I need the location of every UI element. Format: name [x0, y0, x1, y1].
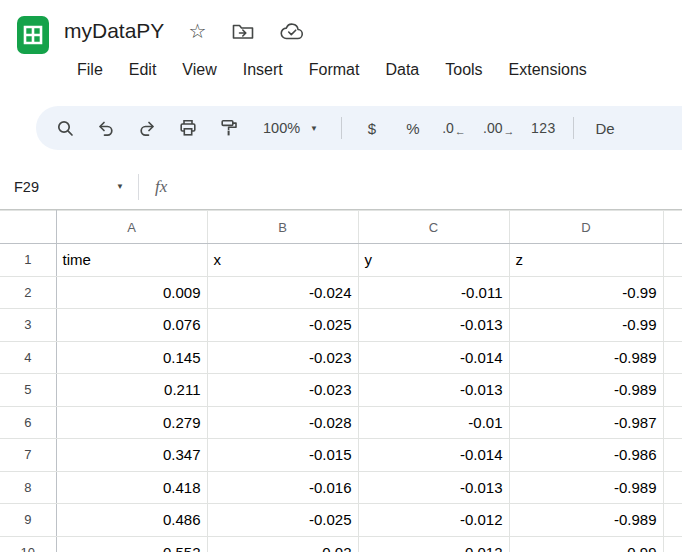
cell-C3[interactable]: -0.013 [358, 309, 509, 342]
cloud-save-status-icon[interactable] [280, 22, 304, 40]
cell-D8[interactable]: -0.989 [509, 471, 663, 504]
cell-B1[interactable]: x [207, 244, 358, 277]
formula-bar: F29 ▼ fx [0, 164, 682, 210]
cell-D2[interactable]: -0.99 [509, 276, 663, 309]
cell-A10[interactable]: 0.552 [56, 536, 207, 552]
increase-decimal-button[interactable]: .00→ [476, 110, 521, 146]
sheets-logo-icon[interactable] [14, 14, 52, 92]
row-header-9[interactable]: 9 [0, 504, 56, 537]
cell-E5[interactable] [663, 374, 682, 407]
redo-button[interactable] [128, 110, 166, 146]
column-header-C[interactable]: C [358, 211, 509, 244]
column-header-B[interactable]: B [207, 211, 358, 244]
search-button[interactable] [46, 110, 84, 146]
cell-C4[interactable]: -0.014 [358, 341, 509, 374]
cell-E10[interactable] [663, 536, 682, 552]
cell-C10[interactable]: -0.012 [358, 536, 509, 552]
toolbar-band: 100% ▼ $ % .0← .00→ 123 De [0, 92, 682, 164]
paint-format-button[interactable] [210, 110, 248, 146]
arrow-left-icon: ← [455, 125, 466, 137]
star-icon[interactable]: ☆ [188, 21, 206, 41]
row-header-4[interactable]: 4 [0, 341, 56, 374]
cell-C6[interactable]: -0.01 [358, 406, 509, 439]
cell-B10[interactable]: -0.02 [207, 536, 358, 552]
cell-A1[interactable]: time [56, 244, 207, 277]
row-header-7[interactable]: 7 [0, 439, 56, 472]
cell-C5[interactable]: -0.013 [358, 374, 509, 407]
column-header-A[interactable]: A [56, 211, 207, 244]
cell-E9[interactable] [663, 504, 682, 537]
cell-B5[interactable]: -0.023 [207, 374, 358, 407]
cell-D10[interactable]: -0.99 [509, 536, 663, 552]
row-header-8[interactable]: 8 [0, 471, 56, 504]
cell-E6[interactable] [663, 406, 682, 439]
menu-item-edit[interactable]: Edit [116, 55, 170, 85]
table-row: 50.211-0.023-0.013-0.989 [0, 374, 682, 407]
format-currency-button[interactable]: $ [353, 110, 391, 146]
cell-C8[interactable]: -0.013 [358, 471, 509, 504]
cell-D6[interactable]: -0.987 [509, 406, 663, 439]
cell-B8[interactable]: -0.016 [207, 471, 358, 504]
menu-item-insert[interactable]: Insert [230, 55, 296, 85]
cell-D7[interactable]: -0.986 [509, 439, 663, 472]
font-selector[interactable]: De [585, 110, 624, 146]
cell-D4[interactable]: -0.989 [509, 341, 663, 374]
cell-B9[interactable]: -0.025 [207, 504, 358, 537]
menu-item-extensions[interactable]: Extensions [496, 55, 600, 85]
cell-E4[interactable] [663, 341, 682, 374]
cell-E1[interactable] [663, 244, 682, 277]
cell-A4[interactable]: 0.145 [56, 341, 207, 374]
cell-B4[interactable]: -0.023 [207, 341, 358, 374]
column-header-D[interactable]: D [509, 211, 663, 244]
cell-A3[interactable]: 0.076 [56, 309, 207, 342]
format-percent-button[interactable]: % [394, 110, 432, 146]
cell-B7[interactable]: -0.015 [207, 439, 358, 472]
active-cell-reference: F29 [14, 179, 39, 195]
select-all-corner[interactable] [0, 211, 56, 244]
cell-B6[interactable]: -0.028 [207, 406, 358, 439]
cell-C7[interactable]: -0.014 [358, 439, 509, 472]
row-header-5[interactable]: 5 [0, 374, 56, 407]
cell-E8[interactable] [663, 471, 682, 504]
cell-A8[interactable]: 0.418 [56, 471, 207, 504]
column-header-E[interactable]: E [663, 211, 682, 244]
menu-item-data[interactable]: Data [372, 55, 432, 85]
zoom-selector[interactable]: 100% ▼ [251, 110, 330, 146]
cell-D5[interactable]: -0.989 [509, 374, 663, 407]
cell-D3[interactable]: -0.99 [509, 309, 663, 342]
row-header-6[interactable]: 6 [0, 406, 56, 439]
cell-E3[interactable] [663, 309, 682, 342]
cell-B2[interactable]: -0.024 [207, 276, 358, 309]
row-header-3[interactable]: 3 [0, 309, 56, 342]
menu-item-tools[interactable]: Tools [432, 55, 495, 85]
cell-D9[interactable]: -0.989 [509, 504, 663, 537]
cell-C2[interactable]: -0.011 [358, 276, 509, 309]
cell-C9[interactable]: -0.012 [358, 504, 509, 537]
table-row: 100.552-0.02-0.012-0.99 [0, 536, 682, 552]
row-header-10[interactable]: 10 [0, 536, 56, 552]
cell-C1[interactable]: y [358, 244, 509, 277]
cell-D1[interactable]: z [509, 244, 663, 277]
more-formats-button[interactable]: 123 [524, 110, 562, 146]
cell-A2[interactable]: 0.009 [56, 276, 207, 309]
cell-A7[interactable]: 0.347 [56, 439, 207, 472]
row-header-2[interactable]: 2 [0, 276, 56, 309]
toolbar: 100% ▼ $ % .0← .00→ 123 De [36, 106, 682, 150]
decrease-decimal-button[interactable]: .0← [435, 110, 473, 146]
cell-A5[interactable]: 0.211 [56, 374, 207, 407]
cell-A9[interactable]: 0.486 [56, 504, 207, 537]
menu-item-format[interactable]: Format [296, 55, 373, 85]
cell-E2[interactable] [663, 276, 682, 309]
cell-E7[interactable] [663, 439, 682, 472]
name-box[interactable]: F29 ▼ [14, 179, 124, 195]
menu-item-view[interactable]: View [169, 55, 229, 85]
row-header-1[interactable]: 1 [0, 244, 56, 277]
menu-item-file[interactable]: File [64, 55, 116, 85]
cell-A6[interactable]: 0.279 [56, 406, 207, 439]
toolbar-divider [573, 117, 574, 139]
document-title[interactable]: myDataPY [64, 19, 164, 43]
undo-button[interactable] [87, 110, 125, 146]
cell-B3[interactable]: -0.025 [207, 309, 358, 342]
move-to-folder-icon[interactable] [232, 22, 254, 40]
print-button[interactable] [169, 110, 207, 146]
